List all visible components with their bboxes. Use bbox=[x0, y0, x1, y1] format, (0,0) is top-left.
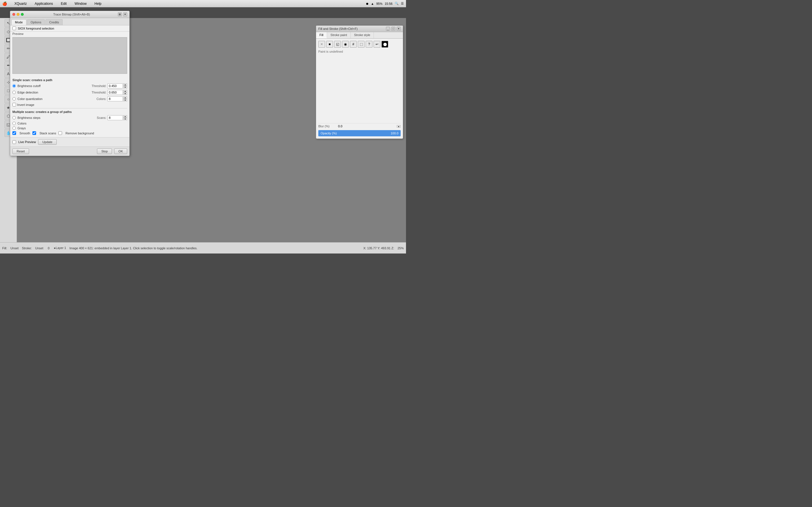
color-quantization-row: Color quantization Colors: ▲ ▼ bbox=[12, 96, 127, 101]
menubar-help[interactable]: Help bbox=[93, 1, 103, 6]
brightness-cutoff-radio[interactable] bbox=[12, 84, 16, 88]
menubar-edit[interactable]: Edit bbox=[59, 1, 68, 6]
brightness-spin: ▲ ▼ bbox=[123, 83, 127, 89]
paint-radial-btn[interactable]: ◉ bbox=[342, 41, 349, 48]
colors-label: Colors: bbox=[96, 97, 106, 101]
stack-scans-label: Stack scans bbox=[40, 131, 56, 135]
blur-spin-up[interactable]: ▲ bbox=[397, 125, 401, 128]
minimize-traffic-light[interactable] bbox=[17, 13, 19, 16]
trace-tab-mode[interactable]: Mode bbox=[11, 19, 27, 25]
paint-undefined-text: Paint is undefined bbox=[318, 50, 401, 53]
ok-button[interactable]: OK bbox=[114, 149, 127, 154]
remove-background-checkbox[interactable] bbox=[58, 131, 62, 135]
siox-row: SIOX foreground selection bbox=[10, 25, 130, 32]
menubar-right: ⏺ ▲ 95% 15:56 🔍 ☰ bbox=[366, 2, 404, 5]
scans-input[interactable] bbox=[107, 115, 123, 120]
tab-stroke-paint[interactable]: Stroke paint bbox=[327, 32, 351, 38]
reset-button[interactable]: Reset bbox=[12, 149, 29, 154]
menubar-window[interactable]: Window bbox=[73, 1, 88, 6]
menu-icon[interactable]: ☰ bbox=[401, 2, 404, 5]
paint-linear-btn[interactable]: ◱ bbox=[334, 41, 341, 48]
edge-detection-radio[interactable] bbox=[12, 91, 16, 94]
tab-stroke-style[interactable]: Stroke style bbox=[351, 32, 374, 38]
menubar-applications[interactable]: Applications bbox=[33, 1, 55, 6]
panel-close-btn[interactable]: ✕ bbox=[397, 27, 401, 31]
single-scan-header: Single scan: creates a path bbox=[12, 78, 127, 82]
image-info-status: Image 400 × 621: embedded in layer Layer… bbox=[69, 246, 360, 250]
live-preview-checkbox[interactable] bbox=[12, 140, 16, 144]
paint-none-btn[interactable]: ✕ bbox=[318, 41, 325, 48]
update-button[interactable]: Update bbox=[38, 139, 56, 145]
trace-dialog-close[interactable]: ✕ bbox=[123, 12, 127, 16]
color-quantization-label: Color quantization bbox=[17, 97, 96, 101]
color-quantization-radio[interactable] bbox=[12, 97, 16, 101]
blur-value: 0.0 bbox=[338, 124, 397, 128]
edge-detection-label: Edge detection bbox=[17, 91, 92, 94]
panel-max-btn[interactable]: □ bbox=[391, 27, 395, 31]
paint-pattern-btn[interactable]: # bbox=[350, 41, 357, 48]
colors-spin-up[interactable]: ▲ bbox=[123, 96, 127, 99]
trace-body: Single scan: creates a path Brightness c… bbox=[10, 75, 130, 137]
colors-multi-radio[interactable] bbox=[12, 122, 16, 125]
opacity-value: 100.0 bbox=[391, 131, 398, 135]
maximize-traffic-light[interactable] bbox=[21, 13, 24, 16]
bottom-checkboxes: Smooth Stack scans Remove background bbox=[12, 131, 127, 135]
remove-background-label: Remove background bbox=[65, 131, 94, 135]
trace-tabs: Mode Options Credits bbox=[10, 18, 130, 25]
layer-status: ▸Layer 1 bbox=[54, 246, 66, 250]
invert-image-label: Invert image bbox=[17, 103, 35, 107]
edge-spin-down[interactable]: ▼ bbox=[123, 93, 127, 95]
scans-spin: ▲ ▼ bbox=[123, 115, 127, 120]
brightness-steps-radio[interactable] bbox=[12, 116, 16, 119]
brightness-cutoff-row: Brightness cutoff Threshold: ▲ ▼ bbox=[12, 83, 127, 89]
trace-dialog-restore[interactable]: ⊞ bbox=[118, 12, 122, 16]
tab-fill[interactable]: Fill bbox=[316, 32, 327, 38]
paint-black-btn[interactable]: ⬤ bbox=[382, 41, 388, 48]
colors-multi-label: Colors bbox=[17, 122, 127, 125]
smooth-checkbox[interactable] bbox=[12, 131, 16, 135]
brightness-threshold-label: Threshold: bbox=[92, 84, 106, 88]
trace-tab-options[interactable]: Options bbox=[27, 19, 45, 25]
paint-flat-btn[interactable]: ■ bbox=[326, 41, 333, 48]
stack-scans-checkbox[interactable] bbox=[33, 131, 36, 135]
brightness-steps-label: Brightness steps bbox=[17, 116, 97, 119]
edge-threshold-input[interactable] bbox=[107, 90, 123, 95]
grays-row: Grays bbox=[12, 126, 127, 130]
menubar: 🍎 XQuartz Applications Edit Window Help … bbox=[0, 0, 406, 7]
siox-checkbox[interactable] bbox=[12, 26, 16, 30]
invert-image-checkbox[interactable] bbox=[12, 103, 16, 107]
trace-dialog-titlebar: Trace Bitmap (Shift+Alt+B) ⊞ ✕ bbox=[10, 11, 130, 18]
close-traffic-light[interactable] bbox=[12, 13, 15, 16]
brightness-spin-down[interactable]: ▼ bbox=[123, 86, 127, 89]
fill-stroke-panel: Fill and Stroke (Shift+Ctrl+F) _ □ ✕ Fil… bbox=[316, 25, 403, 139]
panel-min-btn[interactable]: _ bbox=[386, 27, 390, 31]
fill-status-value: Unset bbox=[10, 246, 18, 250]
battery-indicator: 95% bbox=[376, 2, 382, 5]
coords-status: X: 135.77 Y: 493.91 Z: bbox=[363, 246, 394, 250]
colors-input[interactable] bbox=[107, 96, 123, 101]
grays-radio[interactable] bbox=[12, 126, 16, 130]
apple-menu-icon[interactable]: 🍎 bbox=[2, 1, 7, 6]
search-icon[interactable]: 🔍 bbox=[395, 2, 399, 5]
paint-unset-btn[interactable]: ↩ bbox=[373, 41, 380, 48]
fill-stroke-titlebar: Fill and Stroke (Shift+Ctrl+F) _ □ ✕ bbox=[316, 25, 403, 32]
edge-threshold-label: Threshold: bbox=[92, 91, 106, 94]
scans-spin-down[interactable]: ▼ bbox=[123, 118, 127, 120]
grays-label: Grays bbox=[17, 126, 127, 130]
paint-unknown-btn[interactable]: ? bbox=[366, 41, 372, 48]
stroke-status-label: Stroke: bbox=[22, 246, 32, 250]
fill-panel-content: ✕ ■ ◱ ◉ # ⬚ ? ↩ ⬤ Paint is undefined Blu… bbox=[316, 39, 403, 138]
invert-image-row: Invert image bbox=[12, 103, 127, 107]
menubar-xquartz[interactable]: XQuartz bbox=[13, 1, 29, 6]
paint-swatch-btn[interactable]: ⬚ bbox=[358, 41, 364, 48]
wifi-icon: ▲ bbox=[371, 2, 374, 5]
edge-spin-up[interactable]: ▲ bbox=[123, 90, 127, 93]
brightness-spin-up[interactable]: ▲ bbox=[123, 83, 127, 86]
fill-stroke-title: Fill and Stroke (Shift+Ctrl+F) bbox=[318, 27, 357, 31]
brightness-threshold-input[interactable] bbox=[107, 83, 123, 89]
colors-spin-down[interactable]: ▼ bbox=[123, 99, 127, 101]
paint-buttons-row: ✕ ■ ◱ ◉ # ⬚ ? ↩ ⬤ bbox=[318, 41, 401, 48]
trace-tab-credits[interactable]: Credits bbox=[45, 19, 63, 25]
stop-button[interactable]: Stop bbox=[97, 149, 112, 154]
scans-spin-up[interactable]: ▲ bbox=[123, 115, 127, 118]
